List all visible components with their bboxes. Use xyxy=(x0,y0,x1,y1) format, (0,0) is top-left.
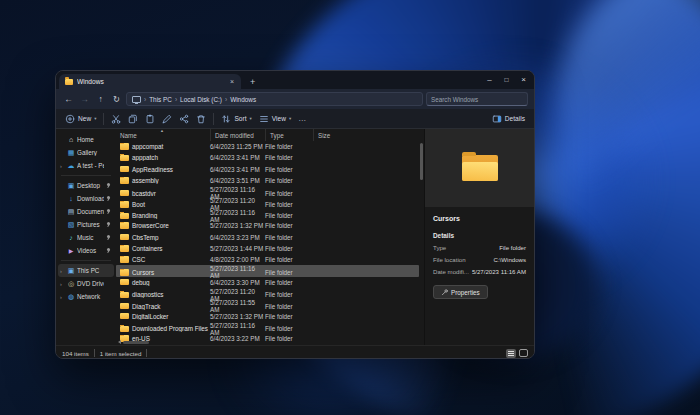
breadcrumb-link[interactable]: Local Disk (C:) xyxy=(180,96,222,103)
chevron-down-icon: ▾ xyxy=(94,116,96,121)
up-button[interactable]: ↑ xyxy=(94,95,107,104)
forward-button[interactable]: → xyxy=(78,95,91,104)
file-row[interactable]: CbsTemp 6/4/2023 3:23 PM File folder xyxy=(116,231,419,242)
file-row[interactable]: Boot 5/27/2023 11:20 AM File folder xyxy=(116,197,419,208)
sidebar-item[interactable]: › A test - Personal xyxy=(58,159,114,172)
sidebar-item[interactable]: › DVD Drive (D:) CCC xyxy=(58,277,114,290)
file-row[interactable]: Downloaded Program Files 5/27/2023 11:16… xyxy=(116,322,419,333)
file-rows: appcompat 6/4/2023 11:25 PM File folder … xyxy=(116,141,424,345)
maximize-button[interactable]: □ xyxy=(498,71,515,88)
file-type: File folder xyxy=(265,245,313,252)
vertical-scrollbar[interactable] xyxy=(420,143,423,180)
expand-chevron-icon[interactable]: › xyxy=(60,163,65,169)
file-row[interactable]: DiagTrack 5/27/2023 11:55 AM File folder xyxy=(116,299,419,310)
file-date-modified: 5/27/2023 11:55 AM xyxy=(210,299,265,313)
file-date-modified: 6/4/2023 3:41 PM xyxy=(210,154,265,161)
scroll-left-icon[interactable] xyxy=(118,340,121,344)
file-name: Cursors xyxy=(132,269,154,276)
sidebar-item[interactable]: › Downloads xyxy=(58,192,114,205)
copy-button[interactable] xyxy=(128,114,138,124)
sidebar-item-label: Downloads xyxy=(77,195,104,202)
tab-close-icon[interactable]: × xyxy=(229,78,235,85)
file-row[interactable]: BrowserCore 5/27/2023 1:32 PM File folde… xyxy=(116,220,419,231)
search-input[interactable] xyxy=(431,96,523,103)
cut-button[interactable] xyxy=(111,114,121,124)
sidebar-item[interactable]: › Home xyxy=(58,133,114,146)
file-date-modified: 5/27/2023 11:16 AM xyxy=(210,265,265,279)
file-row[interactable]: en-US 6/4/2023 3:22 PM File folder xyxy=(116,333,419,344)
file-date-modified: 6/4/2023 3:30 PM xyxy=(210,279,265,286)
sidebar-item[interactable]: › This PC xyxy=(58,264,114,277)
preview-area xyxy=(425,129,534,207)
file-row[interactable]: Containers 5/27/2023 1:44 PM File folder xyxy=(116,243,419,254)
sort-icon xyxy=(221,114,231,124)
file-name: debug xyxy=(132,279,150,286)
rename-button[interactable] xyxy=(162,114,172,124)
sidebar-item[interactable]: › Gallery xyxy=(58,146,114,159)
pin-icon xyxy=(106,195,112,202)
downloads-icon xyxy=(67,195,75,202)
sidebar-item[interactable]: › Documents xyxy=(58,205,114,218)
file-row[interactable]: Branding 5/27/2023 11:16 AM File folder xyxy=(116,209,419,220)
minimize-button[interactable]: – xyxy=(481,71,498,88)
refresh-button[interactable]: ↻ xyxy=(110,95,123,104)
details-pane-button[interactable]: Details xyxy=(492,114,525,124)
file-row[interactable]: debug 6/4/2023 3:30 PM File folder xyxy=(116,277,419,288)
file-name: Downloaded Program Files xyxy=(132,325,208,332)
expand-chevron-icon[interactable]: › xyxy=(60,281,65,287)
expand-chevron-icon[interactable]: › xyxy=(60,268,65,274)
view-button[interactable]: View ▾ xyxy=(259,114,291,124)
new-tab-button[interactable]: + xyxy=(250,78,255,89)
file-row[interactable]: appcompat 6/4/2023 11:25 PM File folder xyxy=(116,141,419,152)
details-view-toggle[interactable] xyxy=(506,349,516,358)
expand-chevron-icon[interactable]: › xyxy=(60,294,65,300)
breadcrumb-link[interactable]: Windows xyxy=(230,96,256,103)
file-row[interactable]: apppatch 6/4/2023 3:41 PM File folder xyxy=(116,152,419,163)
more-options-button[interactable]: … xyxy=(298,114,307,123)
sidebar-item-label: A test - Personal xyxy=(77,162,104,169)
sort-button[interactable]: Sort ▾ xyxy=(221,114,251,124)
horizontal-scrollbar[interactable] xyxy=(118,340,149,344)
pin-icon xyxy=(106,247,112,254)
file-row[interactable]: AppReadiness 6/4/2023 3:41 PM File folde… xyxy=(116,164,419,175)
sidebar-item[interactable]: › Desktop xyxy=(58,179,114,192)
sidebar-item[interactable]: › Pictures xyxy=(58,218,114,231)
sidebar-item[interactable]: › Network xyxy=(58,290,114,303)
column-header-date-modified[interactable]: Date modified xyxy=(210,129,265,141)
delete-button[interactable] xyxy=(196,114,206,124)
folder-icon xyxy=(120,292,129,299)
sidebar-item[interactable]: › Videos xyxy=(58,244,114,257)
file-row[interactable]: assembly 6/4/2023 3:51 PM File folder xyxy=(116,175,419,186)
sidebar-item-label: This PC xyxy=(77,267,104,274)
properties-button[interactable]: Properties xyxy=(433,285,488,299)
column-header-name[interactable]: Name ▲ xyxy=(116,129,210,141)
folder-icon xyxy=(120,313,129,320)
back-button[interactable]: ← xyxy=(62,95,75,104)
file-explorer-window: Windows × + – □ × ← → ↑ ↻ › This PC xyxy=(55,70,535,359)
file-row[interactable]: diagnostics 5/27/2023 11:20 AM File fold… xyxy=(116,288,419,299)
thumbnails-view-toggle[interactable] xyxy=(519,349,528,357)
address-bar: ← → ↑ ↻ › This PC › Local Disk (C:) xyxy=(56,89,534,109)
file-row[interactable]: DigitalLocker 5/27/2023 1:32 PM File fol… xyxy=(116,310,419,321)
status-divider xyxy=(146,349,147,357)
explorer-tab[interactable]: Windows × xyxy=(59,74,241,89)
horizontal-scrollbar-thumb[interactable] xyxy=(123,341,149,344)
column-header-type[interactable]: Type xyxy=(265,129,313,141)
file-row[interactable]: Cursors 5/27/2023 11:16 AM File folder xyxy=(116,265,419,276)
file-date-modified: 5/27/2023 11:16 AM xyxy=(210,209,265,223)
file-list: Name ▲ Date modified Type Size appcompat xyxy=(116,129,424,345)
paste-button[interactable] xyxy=(145,114,155,124)
file-name: AppReadiness xyxy=(132,166,173,173)
new-button[interactable]: New ▾ xyxy=(65,114,96,124)
share-button[interactable] xyxy=(179,114,189,124)
file-row[interactable]: bcastdvr 5/27/2023 11:16 AM File folder xyxy=(116,186,419,197)
file-date-modified: 6/4/2023 3:22 PM xyxy=(210,335,265,342)
toolbar-separator xyxy=(213,113,214,125)
close-button[interactable]: × xyxy=(515,71,532,88)
file-row[interactable]: CSC 4/8/2023 2:00 PM File folder xyxy=(116,254,419,265)
cut-icon xyxy=(111,114,121,124)
column-header-size[interactable]: Size xyxy=(313,129,349,141)
breadcrumb-link[interactable]: This PC xyxy=(149,96,172,103)
desktop-icon xyxy=(67,182,75,189)
sidebar-item[interactable]: › Music xyxy=(58,231,114,244)
